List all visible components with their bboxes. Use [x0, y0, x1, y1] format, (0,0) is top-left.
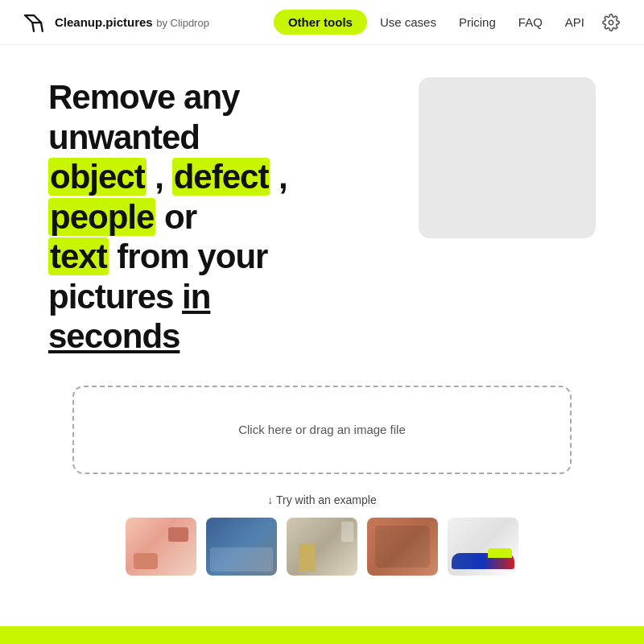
- api-link[interactable]: API: [555, 10, 594, 35]
- svg-line-4: [41, 23, 43, 31]
- other-tools-button[interactable]: Other tools: [274, 10, 367, 35]
- example-thumb-bags[interactable]: [126, 518, 196, 576]
- logo-subtitle: by Clipdrop: [156, 17, 209, 29]
- example-thumb-room[interactable]: [287, 518, 357, 576]
- logo[interactable]: Cleanup.pictures by Clipdrop: [19, 8, 209, 37]
- drop-zone-label: Click here or drag an image file: [238, 423, 406, 436]
- try-label: ↓ Try with an example: [267, 493, 376, 506]
- svg-line-5: [32, 23, 34, 31]
- svg-point-6: [609, 20, 613, 25]
- svg-line-1: [25, 15, 32, 23]
- hero-text: Remove any unwanted object , defect , pe…: [48, 77, 386, 357]
- pricing-link[interactable]: Pricing: [449, 10, 506, 35]
- hero-word-people: people: [48, 198, 155, 236]
- logo-icon: [19, 8, 48, 37]
- example-thumb-jacket[interactable]: [367, 518, 438, 576]
- example-thumb-desk[interactable]: [206, 518, 277, 576]
- hero-image: [419, 77, 596, 238]
- hero-word-defect: defect: [172, 158, 270, 196]
- settings-button[interactable]: [597, 9, 625, 36]
- gear-icon: [602, 14, 620, 31]
- nav: Other tools Use cases Pricing FAQ API: [274, 9, 625, 36]
- bottom-bar: [0, 626, 644, 644]
- header: Cleanup.pictures by Clipdrop Other tools…: [0, 0, 644, 45]
- logo-name: Cleanup.pictures: [55, 15, 153, 29]
- hero-section: Remove any unwanted object , defect , pe…: [48, 77, 596, 357]
- svg-line-2: [34, 15, 41, 23]
- try-section: ↓ Try with an example: [48, 493, 596, 576]
- example-images: [126, 518, 518, 576]
- hero-word-text: text: [48, 237, 109, 275]
- main-content: Remove any unwanted object , defect , pe…: [0, 45, 644, 576]
- use-cases-link[interactable]: Use cases: [370, 10, 446, 35]
- example-thumb-sneaker[interactable]: [448, 518, 518, 576]
- hero-word-object: object: [48, 158, 147, 196]
- faq-link[interactable]: FAQ: [509, 10, 552, 35]
- hero-line1: Remove any unwanted: [48, 78, 239, 156]
- drop-zone[interactable]: Click here or drag an image file: [72, 386, 572, 474]
